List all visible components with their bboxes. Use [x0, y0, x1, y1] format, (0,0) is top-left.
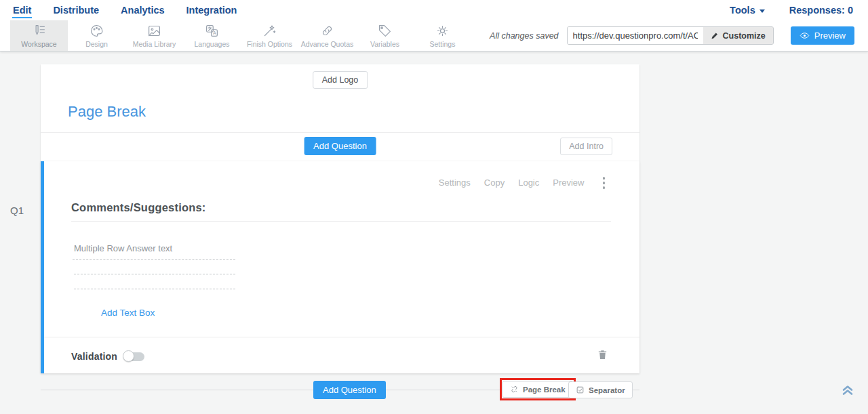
tab-label: Design	[85, 40, 108, 48]
top-nav: Edit Distribute Analytics Integration To…	[0, 0, 868, 20]
image-icon	[147, 24, 161, 38]
magic-wand-icon	[262, 24, 277, 38]
tab-label: Workspace	[21, 40, 56, 48]
separator-label: Separator	[589, 386, 625, 394]
toolbar-tab-variables[interactable]: Variables	[356, 20, 414, 51]
validation-label: Validation	[71, 351, 117, 362]
multirow-answer-text[interactable]: Multiple Row Answer text	[73, 239, 235, 260]
trash-icon	[597, 348, 608, 361]
add-question-button[interactable]: Add Question	[304, 137, 376, 155]
add-text-box-link[interactable]: Add Text Box	[101, 308, 155, 318]
nav-item-integration[interactable]: Integration	[186, 2, 238, 18]
nav-links: Edit Distribute Analytics Integration	[0, 2, 237, 18]
tab-label: Languages	[195, 40, 230, 48]
nav-item-edit[interactable]: Edit	[12, 2, 32, 18]
tag-icon	[378, 24, 392, 38]
customize-label: Customize	[723, 31, 766, 41]
question-preview-link[interactable]: Preview	[553, 178, 584, 188]
toolbar-tab-finish-options[interactable]: Finish Options	[241, 20, 298, 51]
customize-button[interactable]: Customize	[703, 27, 773, 44]
preview-button[interactable]: Preview	[791, 26, 854, 45]
nav-item-analytics[interactable]: Analytics	[120, 2, 165, 18]
answer-rows: Multiple Row Answer text	[73, 239, 235, 289]
scroll-to-top-button[interactable]	[840, 381, 856, 399]
toolbar-tab-languages[interactable]: A Languages	[183, 20, 241, 51]
editor-toolbar: Workspace Design Media Library A Languag…	[0, 20, 868, 51]
question-settings-link[interactable]: Settings	[439, 178, 471, 188]
toggle-knob	[123, 350, 134, 362]
responses-count[interactable]: Responses: 0	[789, 5, 853, 16]
toolbar-tab-advance-quotas[interactable]: Advance Quotas	[298, 20, 356, 51]
add-logo-button[interactable]: Add Logo	[313, 71, 368, 89]
page-break-label: Page Break	[523, 386, 566, 394]
tools-label: Tools	[730, 5, 755, 16]
toolbar-tab-design[interactable]: Design	[68, 20, 125, 51]
divider	[71, 221, 611, 222]
kebab-menu-icon[interactable]	[601, 175, 608, 191]
gear-icon	[435, 24, 450, 38]
survey-header-card: Add Logo Page Break Add Question Add Int…	[41, 64, 639, 161]
svg-text:A: A	[213, 30, 216, 35]
broken-link-icon	[510, 385, 519, 394]
save-status: All changes saved	[490, 31, 558, 41]
checkbox-checked-icon	[576, 386, 585, 394]
pencil-icon	[711, 32, 719, 40]
double-chevron-up-icon	[840, 381, 856, 397]
tab-label: Finish Options	[247, 40, 292, 48]
chain-links-icon	[320, 24, 334, 38]
question-logic-link[interactable]: Logic	[518, 178, 539, 188]
survey-url-input[interactable]	[568, 27, 703, 44]
highlight-box: Page Break	[500, 378, 576, 400]
question-number-label: Q1	[10, 205, 24, 216]
eye-icon	[800, 30, 810, 41]
add-intro-button[interactable]: Add Intro	[560, 138, 612, 155]
tools-dropdown[interactable]: Tools	[730, 5, 765, 16]
divider	[41, 132, 639, 133]
toolbar-tab-media-library[interactable]: Media Library	[125, 20, 183, 51]
answer-row-blank[interactable]	[74, 274, 235, 289]
chevron-down-icon	[760, 9, 765, 13]
separator-button[interactable]: Separator	[568, 381, 633, 398]
tab-label: Advance Quotas	[301, 40, 354, 48]
nav-item-distribute[interactable]: Distribute	[52, 2, 100, 18]
page-break-button[interactable]: Page Break	[502, 381, 573, 398]
survey-url-group: Customize	[567, 26, 774, 45]
question-copy-link[interactable]: Copy	[484, 178, 505, 188]
question-card: Settings Copy Logic Preview Comments/Sug…	[41, 161, 639, 373]
survey-title[interactable]: Page Break	[68, 103, 146, 121]
toolbar-tab-settings[interactable]: Settings	[414, 20, 471, 51]
divider	[44, 337, 639, 337]
workspace-icon	[32, 24, 46, 38]
translate-icon: A	[205, 24, 219, 38]
tab-label: Variables	[370, 40, 399, 48]
delete-question-button[interactable]	[597, 348, 608, 363]
question-title[interactable]: Comments/Suggestions:	[71, 201, 206, 214]
toolbar-tab-workspace[interactable]: Workspace	[10, 20, 68, 51]
tab-label: Media Library	[133, 40, 176, 48]
palette-icon	[90, 24, 104, 38]
validation-toggle[interactable]	[124, 352, 144, 361]
tab-label: Settings	[430, 40, 456, 48]
preview-label: Preview	[814, 30, 846, 41]
add-question-button-bottom[interactable]: Add Question	[313, 381, 386, 399]
answer-row-blank[interactable]	[74, 260, 235, 274]
